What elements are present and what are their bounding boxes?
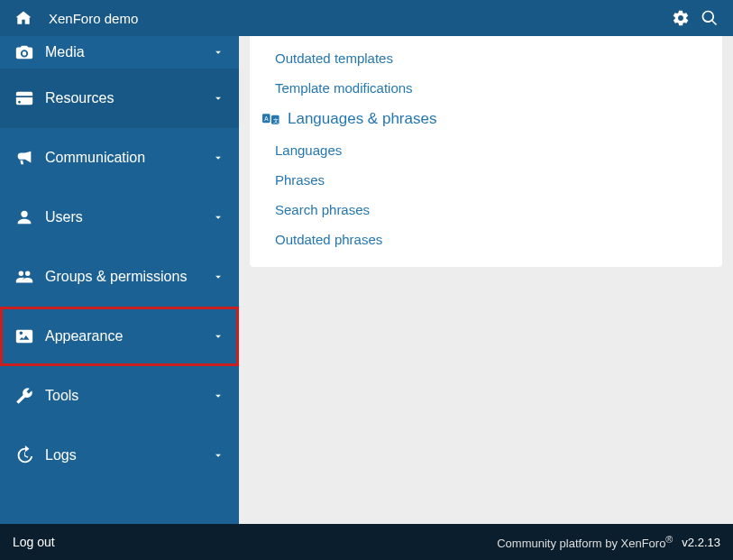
link-outdated-phrases[interactable]: Outdated phrases [250, 225, 722, 254]
sidebar-label: Groups & permissions [45, 269, 187, 285]
content-card: Outdated templates Template modification… [250, 36, 722, 267]
chevron-down-icon [212, 92, 224, 105]
language-icon: A文 [262, 112, 280, 126]
topbar: XenForo demo [0, 0, 733, 36]
footer-credit: Community platform by XenForo® [497, 534, 673, 550]
hdd-icon [14, 88, 34, 108]
home-icon[interactable] [9, 4, 38, 32]
camera-icon [14, 42, 34, 62]
sidebar-item-groups-permissions[interactable]: Groups & permissions [0, 247, 239, 307]
main-content: Outdated templates Template modification… [239, 36, 733, 524]
sidebar-item-resources[interactable]: Resources [0, 69, 239, 128]
logout-link[interactable]: Log out [13, 535, 55, 549]
chevron-down-icon [212, 449, 224, 462]
sidebar-label: Communication [45, 150, 145, 166]
footer-version: v2.2.13 [682, 536, 720, 549]
chevron-down-icon [212, 390, 224, 402]
link-languages[interactable]: Languages [250, 135, 722, 165]
chevron-down-icon [212, 330, 224, 343]
chevron-down-icon [212, 151, 224, 164]
svg-text:A: A [264, 115, 269, 122]
link-search-phrases[interactable]: Search phrases [250, 195, 722, 225]
sidebar: Media Resources Communication Users Grou… [0, 36, 239, 524]
sidebar-item-logs[interactable]: Logs [0, 426, 239, 485]
settings-icon[interactable] [666, 4, 695, 32]
search-icon[interactable] [695, 4, 724, 32]
sidebar-item-media[interactable]: Media [0, 36, 239, 69]
sidebar-label: Tools [45, 388, 78, 404]
user-icon [14, 207, 34, 227]
sidebar-item-communication[interactable]: Communication [0, 128, 239, 188]
section-languages-phrases[interactable]: A文 Languages & phrases [250, 103, 722, 135]
sidebar-label: Media [45, 44, 85, 60]
sidebar-label: Resources [45, 90, 114, 106]
sidebar-label: Logs [45, 447, 77, 464]
chevron-down-icon [212, 46, 224, 59]
chevron-down-icon [212, 271, 224, 283]
bullhorn-icon [14, 148, 34, 168]
link-outdated-templates[interactable]: Outdated templates [250, 43, 722, 73]
svg-text:文: 文 [273, 117, 279, 124]
sidebar-label: Appearance [45, 328, 123, 344]
link-template-modifications[interactable]: Template modifications [250, 73, 722, 103]
sidebar-label: Users [45, 209, 83, 225]
sidebar-item-appearance[interactable]: Appearance [0, 307, 239, 366]
chevron-down-icon [212, 211, 224, 224]
footer: Log out Community platform by XenForo® v… [0, 524, 733, 560]
history-icon [14, 445, 34, 465]
sidebar-item-users[interactable]: Users [0, 188, 239, 247]
sidebar-item-tools[interactable]: Tools [0, 366, 239, 426]
wrench-icon [14, 386, 34, 406]
app-title: XenForo demo [49, 11, 138, 26]
users-icon [14, 267, 34, 287]
link-phrases[interactable]: Phrases [250, 165, 722, 195]
image-icon [14, 326, 34, 346]
section-heading-text: Languages & phrases [288, 110, 436, 128]
